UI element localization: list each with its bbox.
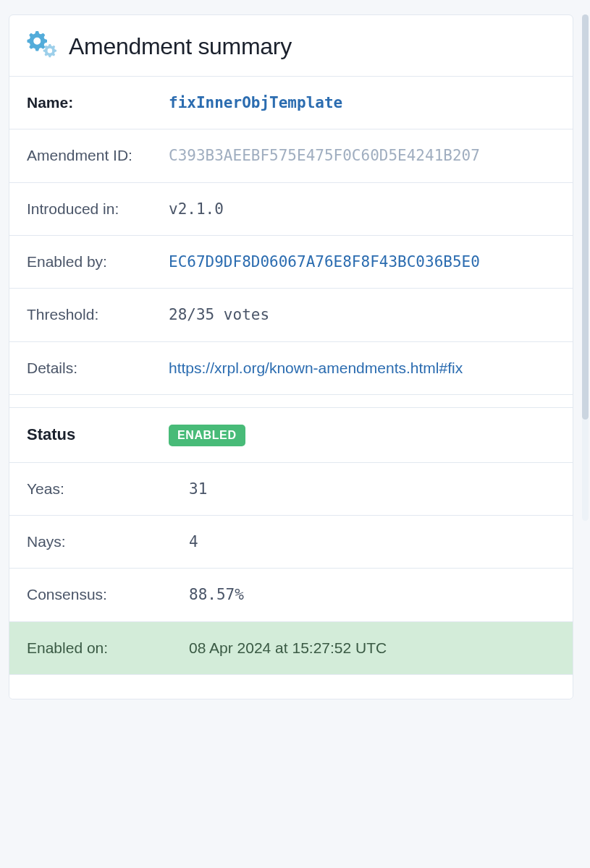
row-name: Name: fixInnerObjTemplate (9, 76, 573, 129)
enabled-by-label: Enabled by: (27, 252, 169, 272)
enabled-on-value: 08 Apr 2024 at 15:27:52 UTC (189, 638, 555, 658)
nays-label: Nays: (27, 532, 189, 552)
status-badge: ENABLED (169, 425, 245, 446)
scrollbar[interactable] (582, 14, 589, 521)
amendment-id-label: Amendment ID: (27, 145, 169, 166)
threshold-label: Threshold: (27, 305, 169, 325)
introduced-label: Introduced in: (27, 199, 169, 219)
status-label: Status (27, 424, 169, 446)
name-label: Name: (27, 93, 169, 113)
bottom-spacer (9, 674, 573, 699)
card-header: Amendment summary (9, 15, 573, 76)
row-enabled-by: Enabled by: EC67D9DF8D06067A76E8F8F43BC0… (9, 235, 573, 288)
consensus-value: 88.57% (189, 584, 555, 605)
enabled-on-label: Enabled on: (27, 638, 189, 658)
threshold-value: 28/35 votes (169, 305, 555, 325)
scrollbar-thumb[interactable] (582, 14, 589, 420)
row-yeas: Yeas: 31 (9, 462, 573, 515)
card-title: Amendment summary (69, 33, 292, 60)
introduced-value: v2.1.0 (169, 199, 555, 219)
yeas-label: Yeas: (27, 479, 189, 499)
name-value[interactable]: fixInnerObjTemplate (169, 93, 555, 113)
row-status: Status ENABLED (9, 407, 573, 462)
row-nays: Nays: 4 (9, 515, 573, 568)
enabled-by-value[interactable]: EC67D9DF8D06067A76E8F8F43BC036B5E0 (169, 252, 555, 272)
row-threshold: Threshold: 28/35 votes (9, 288, 573, 341)
section-gap (9, 394, 573, 407)
gears-icon (27, 31, 59, 61)
amendment-summary-card: Amendment summary Name: fixInnerObjTempl… (9, 14, 573, 699)
row-details: Details: https://xrpl.org/known-amendmen… (9, 341, 573, 394)
nays-value: 4 (189, 532, 555, 552)
consensus-label: Consensus: (27, 584, 189, 605)
amendment-id-value: C393B3AEEBF575E475F0C60D5E4241B207 (169, 145, 555, 166)
details-label: Details: (27, 358, 169, 378)
details-value[interactable]: https://xrpl.org/known-amendments.html#f… (169, 358, 555, 378)
row-consensus: Consensus: 88.57% (9, 568, 573, 621)
status-value: ENABLED (169, 424, 555, 446)
row-enabled-on: Enabled on: 08 Apr 2024 at 15:27:52 UTC (9, 621, 573, 674)
yeas-value: 31 (189, 479, 555, 499)
row-amendment-id: Amendment ID: C393B3AEEBF575E475F0C60D5E… (9, 129, 573, 182)
row-introduced: Introduced in: v2.1.0 (9, 182, 573, 235)
